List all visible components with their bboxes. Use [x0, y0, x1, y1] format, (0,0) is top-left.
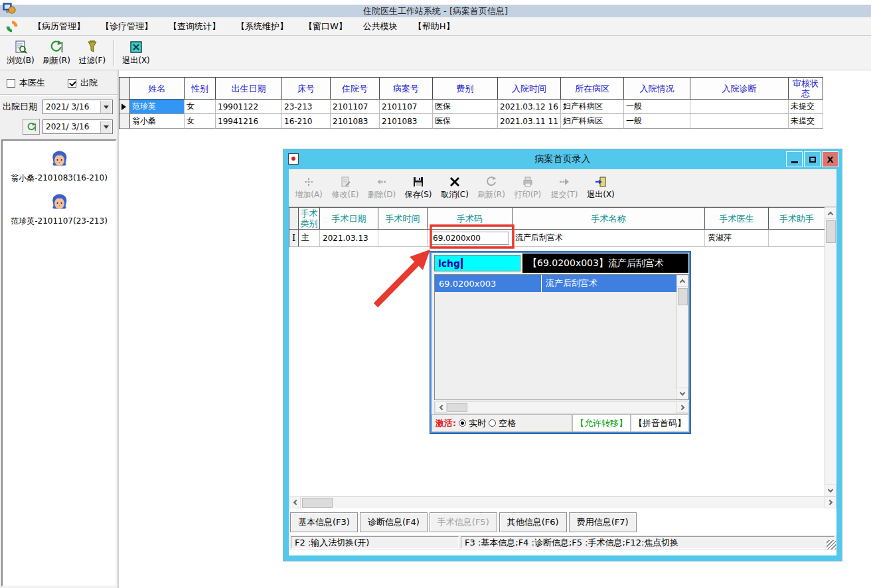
filter-button[interactable]: 过滤(F)	[74, 37, 110, 69]
tab-fee-info[interactable]: 费用信息(F7)	[569, 512, 637, 532]
menu-item-window[interactable]: 【窗口W】	[296, 21, 355, 33]
date-to-picker[interactable]: 2021/ 3/16	[42, 119, 113, 134]
surgery-name-cell[interactable]: 流产后刮宫术	[513, 230, 705, 247]
code-search-input[interactable]: lchg	[434, 255, 520, 271]
allow-transfer-button[interactable]: 【允许转移】	[572, 414, 631, 432]
row-selector[interactable]	[119, 114, 130, 129]
column-header[interactable]: 入院诊断	[690, 78, 789, 100]
column-header[interactable]: 手术名称	[513, 208, 705, 230]
column-header[interactable]: 所在病区	[561, 78, 624, 100]
refresh-button[interactable]: 刷新(R)	[39, 37, 74, 69]
date-from-dropdown-button[interactable]	[100, 101, 112, 113]
column-header[interactable]: 手术助手	[769, 208, 825, 230]
table-cell[interactable]: 2101083	[331, 114, 380, 129]
surgery-time-cell[interactable]	[378, 230, 428, 247]
space-radio[interactable]	[489, 419, 496, 427]
menu-item-system-maintenance[interactable]: 【系统维护】	[228, 21, 296, 33]
table-cell[interactable]: 2101083	[380, 114, 433, 129]
column-header[interactable]: 入院情况	[624, 78, 690, 100]
table-cell[interactable]: 妇产科病区	[561, 114, 624, 129]
column-header[interactable]: 手术医生	[705, 208, 769, 230]
dialog-exit-button[interactable]: 退出(X)	[584, 171, 618, 205]
realtime-radio[interactable]	[459, 419, 466, 427]
column-header[interactable]: 姓名	[130, 78, 185, 100]
table-cell[interactable]: 女	[185, 114, 216, 129]
patient-list-item[interactable]: 翁小桑-2101083(16-210)	[3, 150, 116, 184]
scroll-right-button[interactable]	[676, 402, 688, 413]
scrollbar-thumb[interactable]	[447, 403, 467, 412]
table-cell[interactable]: 19901122	[216, 100, 282, 114]
scrollbar-thumb[interactable]	[678, 288, 688, 305]
close-button[interactable]: X	[822, 151, 838, 167]
minimize-button[interactable]	[786, 151, 803, 167]
surgery-table-hscrollbar[interactable]	[289, 496, 836, 508]
date-from-picker[interactable]: 2021/ 3/16	[42, 100, 113, 114]
save-button[interactable]: 保存(S)	[401, 171, 435, 205]
result-list-vscrollbar[interactable]	[676, 275, 688, 400]
tab-other-info[interactable]: 其他信息(F6)	[499, 512, 567, 532]
tab-diagnosis-info[interactable]: 诊断信息(F4)	[360, 512, 428, 532]
tab-basic-info[interactable]: 基本信息(F3)	[290, 512, 358, 532]
cancel-button[interactable]: 取消(C)	[437, 171, 472, 205]
scroll-right-button[interactable]	[825, 496, 836, 508]
surgery-code-cell[interactable]: 69.0200x00	[428, 230, 513, 247]
surgery-doctor-cell[interactable]: 黄淑萍	[705, 230, 769, 247]
surgery-date-cell[interactable]: 2021.03.13	[320, 230, 378, 247]
surgery-table-vscrollbar[interactable]	[825, 207, 836, 496]
surgery-assistant-cell[interactable]	[769, 230, 825, 247]
table-cell[interactable]: 医保	[433, 100, 498, 114]
scroll-left-button[interactable]	[435, 402, 447, 413]
table-cell[interactable]: 一般	[624, 114, 690, 129]
column-header[interactable]: 手术码	[428, 208, 513, 230]
dialog-titlebar[interactable]: 病案首页录入 X	[283, 149, 842, 169]
table-cell[interactable]: 未提交	[789, 100, 823, 114]
column-header[interactable]: 出生日期	[216, 78, 282, 100]
table-cell[interactable]: 一般	[624, 100, 690, 114]
code-result-item-selected[interactable]: 69.0200x003 流产后刮宫术	[435, 275, 688, 292]
result-list-hscrollbar[interactable]	[434, 402, 689, 414]
refresh-dates-button[interactable]	[23, 119, 40, 135]
scroll-down-button[interactable]	[825, 484, 836, 496]
browse-button[interactable]: 浏览(B)	[3, 37, 39, 69]
surgery-code-editor[interactable]: 69.0200x00	[430, 232, 509, 245]
discharged-checkbox[interactable]	[68, 79, 76, 88]
table-cell[interactable]: 23-213	[282, 100, 331, 114]
maximize-button[interactable]	[804, 151, 821, 167]
column-header[interactable]: 住院号	[331, 78, 380, 100]
scroll-up-button[interactable]	[676, 275, 688, 287]
column-header[interactable]: 手术日期	[320, 208, 378, 230]
menu-item-medical-records[interactable]: 【病历管理】	[25, 21, 93, 33]
column-header[interactable]: 入院时间	[498, 78, 561, 100]
table-cell[interactable]: 女	[185, 100, 216, 114]
scrollbar-thumb[interactable]	[826, 220, 836, 243]
column-header[interactable]: 性别	[185, 78, 216, 100]
scroll-left-button[interactable]	[289, 496, 301, 508]
column-header[interactable]: 审核状态	[789, 78, 823, 100]
table-cell[interactable]: 16-210	[282, 114, 331, 129]
scrollbar-thumb[interactable]	[302, 498, 333, 508]
tab-surgery-info[interactable]: 手术信息(F5)	[430, 512, 497, 532]
scroll-up-button[interactable]	[825, 207, 836, 219]
pinyin-initials-button[interactable]: 【拼音首码】	[631, 414, 689, 432]
column-header[interactable]: 手术类别	[299, 208, 320, 230]
resize-grip[interactable]	[827, 540, 836, 550]
table-cell[interactable]: 翁小桑	[130, 114, 185, 129]
table-cell[interactable]	[690, 100, 789, 114]
table-cell[interactable]: 19941216	[216, 114, 282, 129]
menu-item-help[interactable]: 【帮助H】	[406, 21, 463, 33]
table-cell[interactable]: 范珍英	[130, 100, 185, 114]
exit-button[interactable]: 退出(X)	[118, 37, 154, 69]
table-cell[interactable]: 未提交	[789, 114, 823, 129]
column-header[interactable]: 手术时间	[378, 208, 428, 230]
date-to-dropdown-button[interactable]	[100, 121, 112, 133]
table-cell[interactable]: 妇产科病区	[561, 100, 624, 114]
menu-item-query-stats[interactable]: 【查询统计】	[161, 21, 228, 33]
table-cell[interactable]: 医保	[433, 114, 498, 129]
my-doctor-checkbox[interactable]	[7, 79, 15, 88]
column-header[interactable]: 费别	[433, 78, 498, 100]
column-header[interactable]: 病案号	[380, 78, 433, 100]
scroll-down-button[interactable]	[676, 388, 688, 400]
table-cell[interactable]: 2101107	[380, 100, 433, 114]
menu-item-public-modules[interactable]: 公共模块	[355, 21, 406, 33]
column-header[interactable]: 床号	[282, 78, 331, 100]
